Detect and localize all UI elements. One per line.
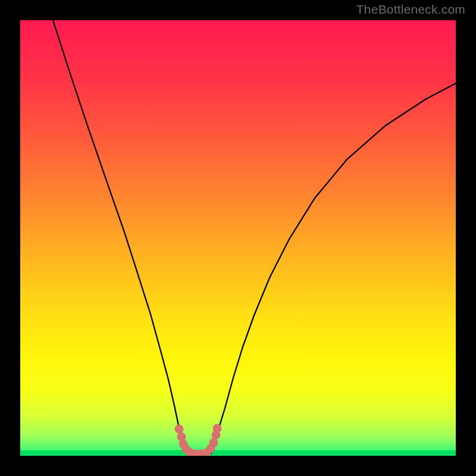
- plot-area: [20, 20, 456, 456]
- chart-container: TheBottleneck.com: [0, 0, 476, 476]
- watermark-text: TheBottleneck.com: [356, 2, 465, 17]
- gradient-background: [20, 20, 456, 456]
- marker-dot: [209, 439, 218, 447]
- chart-svg: [20, 20, 456, 456]
- marker-dot: [175, 425, 184, 434]
- green-band: [20, 450, 456, 456]
- marker-dot: [213, 424, 222, 433]
